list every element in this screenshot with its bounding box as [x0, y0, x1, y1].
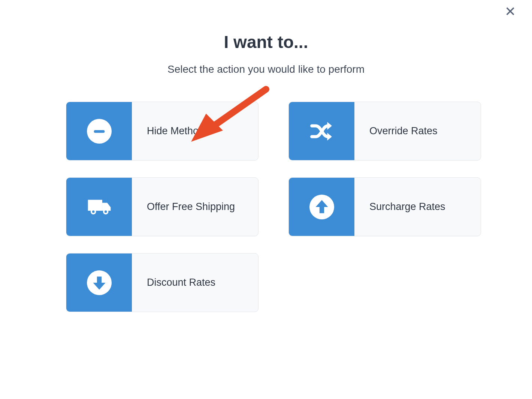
close-icon: [505, 6, 516, 16]
arrow-up-circle-icon: [309, 195, 334, 219]
shuffle-icon: [309, 119, 334, 144]
card-icon-box: [66, 102, 132, 160]
svg-point-7: [104, 210, 107, 213]
close-button[interactable]: [503, 4, 518, 19]
card-icon-box: [289, 178, 354, 236]
arrow-down-circle-icon: [87, 270, 112, 295]
card-icon-box: [66, 254, 132, 312]
page-subtitle: Select the action you would like to perf…: [0, 63, 532, 75]
minus-circle-icon: [87, 119, 112, 144]
card-label: Discount Rates: [132, 254, 258, 312]
card-icon-box: [289, 102, 354, 160]
action-card-offer-free-shipping[interactable]: Offer Free Shipping: [66, 177, 259, 236]
action-cards-grid: Hide Methods Override Rates: [58, 102, 474, 312]
svg-rect-3: [94, 130, 105, 132]
action-card-hide-methods[interactable]: Hide Methods: [66, 102, 259, 160]
card-label: Surcharge Rates: [354, 178, 481, 236]
action-card-discount-rates[interactable]: Discount Rates: [66, 253, 259, 312]
card-icon-box: [66, 178, 132, 236]
modal-content: I want to... Select the action you would…: [0, 0, 532, 312]
svg-point-5: [92, 210, 94, 213]
action-card-surcharge-rates[interactable]: Surcharge Rates: [288, 177, 481, 236]
card-label: Override Rates: [354, 102, 481, 160]
page-title: I want to...: [0, 32, 532, 52]
card-label: Hide Methods: [132, 102, 258, 160]
truck-icon: [87, 195, 112, 219]
card-label: Offer Free Shipping: [132, 178, 258, 236]
action-card-override-rates[interactable]: Override Rates: [288, 102, 481, 160]
